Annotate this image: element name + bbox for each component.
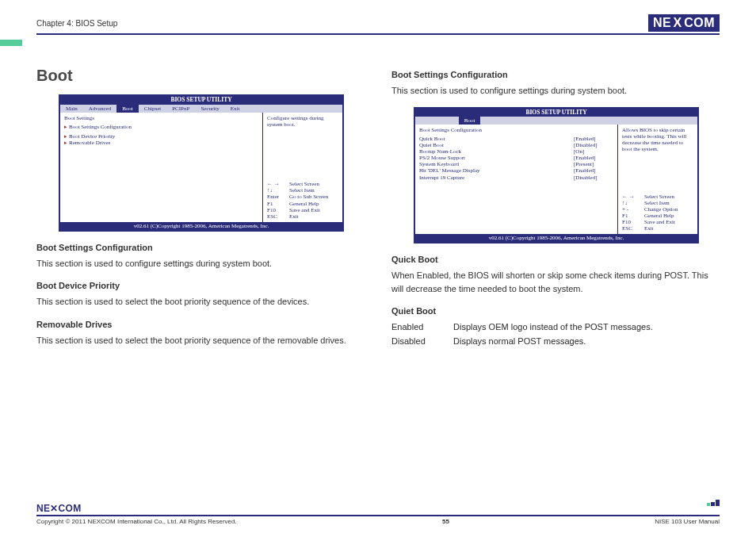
section-heading: Boot Settings Configuration: [36, 243, 365, 252]
bios-setting-row: Hit 'DEL' Message Display[Enabled]: [419, 167, 613, 174]
bios-tab-bar: Main Adv Boot: [415, 117, 697, 125]
bios-tab: Security: [195, 105, 224, 113]
bios-key-legend: ← →Select Screen ↑↓Select Item EnterGo t…: [263, 178, 342, 221]
page-footer: NE✕COM Copyright © 2011 NEXCOM Internati…: [36, 503, 720, 525]
bios-menu-item: ▸Boot Device Priority: [64, 133, 258, 140]
bios-tab-selected: Boot: [459, 117, 481, 125]
section-heading: Quick Boot: [391, 255, 720, 264]
bios-title: BIOS SETUP UTILITY: [60, 96, 342, 105]
bios-help-text: Configure settings during system boot.: [263, 113, 342, 179]
bios-menu-item: ▸Removable Drives: [64, 140, 258, 146]
bios-setting-row: Bootup Num-Lock[On]: [419, 148, 613, 155]
bios-setting-row: Interrupt 19 Capture[Disabled]: [419, 174, 613, 181]
bios-key-legend: ← →Select Screen ↑↓Select Item + -Change…: [618, 191, 697, 234]
bios-setting-row: System Keyboard[Present]: [419, 161, 613, 167]
bios-tab: Advanced: [83, 105, 116, 113]
document-name: NISE 103 User Manual: [655, 518, 720, 525]
bios-title: BIOS SETUP UTILITY: [415, 109, 697, 117]
body-text: This section is used to configure settin…: [36, 257, 365, 270]
bios-section-heading: Boot Settings: [64, 115, 258, 121]
bios-help-text: Allows BIOS to skip certain tests while …: [618, 125, 697, 191]
section-heading: Boot Device Priority: [36, 281, 365, 290]
bios-tab: Main: [60, 105, 83, 113]
right-column: Boot Settings Configuration This section…: [391, 54, 720, 348]
triangle-icon: ▸: [64, 140, 67, 146]
body-text: When Enabled, the BIOS will shorten or s…: [391, 269, 720, 295]
bios-footer: v02.61 (C)Copyright 1985-2006, American …: [415, 234, 697, 242]
bios-tab-selected: Boot: [116, 105, 139, 113]
bios-menu-item: ▸Boot Settings Configuration: [64, 124, 258, 130]
bios-tab: PCIPnP: [166, 105, 195, 113]
definition-row: DisabledDisplays normal POST messages.: [391, 335, 720, 349]
bios-setting-row: Quiet Boot[Disabled]: [419, 142, 613, 148]
bios-tab-bar: Main Advanced Boot Chipset PCIPnP Securi…: [60, 105, 342, 113]
bios-setting-row: PS/2 Mouse Support[Enabled]: [419, 155, 613, 161]
triangle-icon: ▸: [64, 124, 67, 130]
body-text: This section is used to select the boot …: [36, 295, 365, 309]
section-heading: Quiet Boot: [391, 306, 720, 316]
chapter-label: Chapter 4: BIOS Setup: [36, 19, 117, 28]
bios-screenshot-boot-menu: BIOS SETUP UTILITY Main Advanced Boot Ch…: [59, 94, 344, 232]
brand-logo: NEXCOM: [648, 14, 720, 32]
section-heading: Removable Drives: [36, 320, 365, 329]
bios-setting-row: Quick Boot[Enabled]: [419, 136, 613, 142]
bios-main-panel: Boot Settings Configuration Quick Boot[E…: [415, 125, 618, 234]
page-title: Boot: [36, 67, 365, 85]
bios-footer: v02.61 (C)Copyright 1985-2006, American …: [60, 222, 342, 230]
page-number: 55: [442, 518, 449, 525]
copyright-text: Copyright © 2011 NEXCOM International Co…: [36, 518, 237, 525]
bios-main-panel: Boot Settings ▸Boot Settings Configurati…: [60, 113, 263, 222]
bios-tab: Exit: [225, 105, 246, 113]
footer-decoration-icon: [707, 500, 720, 506]
section-heading: Boot Settings Configuration: [391, 70, 720, 79]
section-tab-marker: [0, 40, 22, 46]
body-text: This section is used to select the boot …: [36, 334, 365, 347]
footer-logo: NE✕COM: [36, 503, 81, 514]
body-text: This section is used to configure settin…: [391, 84, 720, 98]
bios-section-heading: Boot Settings Configuration: [419, 127, 613, 133]
left-column: Boot BIOS SETUP UTILITY Main Advanced Bo…: [36, 54, 365, 348]
triangle-icon: ▸: [64, 133, 67, 140]
page-header: Chapter 4: BIOS Setup NEXCOM: [36, 14, 720, 35]
bios-tab: Chipset: [139, 105, 166, 113]
definition-row: EnabledDisplays OEM logo instead of the …: [391, 320, 720, 335]
bios-screenshot-boot-settings: BIOS SETUP UTILITY Main Adv Boot Boot Se…: [414, 107, 699, 244]
